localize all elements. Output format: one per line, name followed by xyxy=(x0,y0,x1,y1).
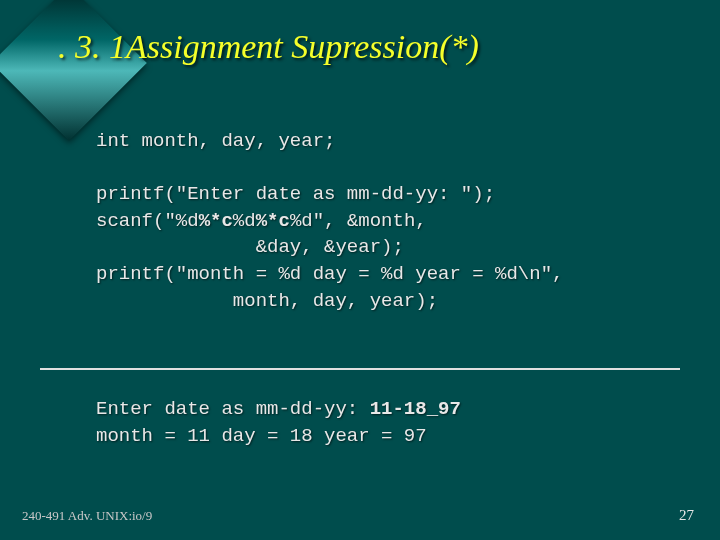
code-line-4c: %d xyxy=(233,210,256,232)
code-line-6: printf("month = %d day = %d year = %d\n"… xyxy=(96,263,563,285)
slide-number: 27 xyxy=(679,507,694,524)
output-block: Enter date as mm-dd-yy: 11-18_97 month =… xyxy=(96,396,461,449)
output-line-2: month = 11 day = 18 year = 97 xyxy=(96,425,427,447)
code-line-5: &day, &year); xyxy=(96,236,404,258)
code-line-4b: %*c xyxy=(199,210,233,232)
output-line-1b: 11-18_97 xyxy=(370,398,461,420)
bullet-diamond xyxy=(0,0,147,141)
code-block: int month, day, year; printf("Enter date… xyxy=(96,128,563,314)
divider-line xyxy=(40,368,680,370)
output-line-1a: Enter date as mm-dd-yy: xyxy=(96,398,370,420)
code-line-7: month, day, year); xyxy=(96,290,438,312)
slide-title: . 3. 1Assignment Supression(*) xyxy=(58,28,479,66)
code-line-4d: %*c xyxy=(256,210,290,232)
code-line-4e: %d", &month, xyxy=(290,210,427,232)
footer-left: 240-491 Adv. UNIX:io/9 xyxy=(22,508,152,524)
code-line-1: int month, day, year; xyxy=(96,130,335,152)
code-line-3: printf("Enter date as mm-dd-yy: "); xyxy=(96,183,495,205)
code-line-4a: scanf("%d xyxy=(96,210,199,232)
